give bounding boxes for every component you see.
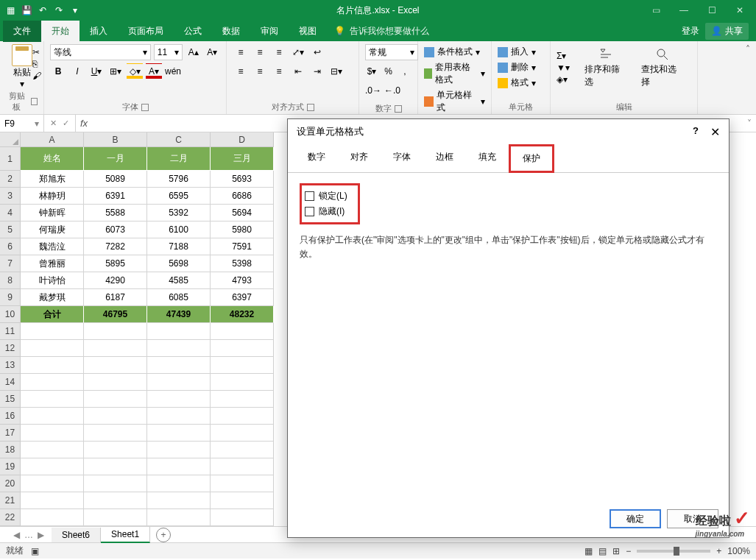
cell[interactable] <box>147 442 211 458</box>
dialog-close-icon[interactable]: ✕ <box>710 125 720 139</box>
dlg-tab-number[interactable]: 数字 <box>295 144 338 173</box>
font-size-select[interactable]: 11▾ <box>154 44 183 60</box>
cell[interactable]: 5694 <box>211 205 274 221</box>
cell[interactable] <box>211 357 274 374</box>
font-name-select[interactable]: 等线▾ <box>50 44 151 60</box>
cell[interactable]: 6085 <box>147 289 211 306</box>
row-header[interactable]: 3 <box>0 188 20 205</box>
cell[interactable] <box>147 425 211 442</box>
cell[interactable]: 5588 <box>84 205 147 221</box>
tab-formulas[interactable]: 公式 <box>174 21 212 42</box>
format-painter-icon[interactable]: 🖌 <box>32 71 41 81</box>
lock-checkbox[interactable]: 锁定(L) <box>305 188 347 204</box>
login-button[interactable]: 登录 <box>682 25 699 38</box>
row-header[interactable]: 19 <box>0 458 20 475</box>
cell[interactable] <box>147 492 211 509</box>
tab-layout[interactable]: 页面布局 <box>118 21 174 42</box>
undo-icon[interactable]: ↶ <box>37 4 49 16</box>
ribbon-opts-icon[interactable]: ▭ <box>643 1 669 19</box>
save-icon[interactable]: 💾 <box>21 4 32 16</box>
tab-file[interactable]: 文件 <box>3 21 41 42</box>
cell[interactable] <box>211 509 274 526</box>
cell[interactable] <box>84 442 147 458</box>
cell[interactable]: 6073 <box>84 221 147 238</box>
cell[interactable] <box>147 340 211 357</box>
cell[interactable]: 5980 <box>211 221 274 238</box>
decimal-inc-icon[interactable]: .0→ <box>365 82 381 99</box>
cell[interactable] <box>147 475 211 492</box>
align-left-icon[interactable]: ≡ <box>233 63 249 79</box>
cell[interactable] <box>21 357 84 374</box>
cell[interactable]: 5796 <box>147 171 211 188</box>
cell[interactable]: 何瑞庚 <box>21 221 84 238</box>
number-launcher[interactable] <box>395 105 402 113</box>
cell[interactable] <box>211 391 274 408</box>
cell[interactable]: 6397 <box>211 289 274 306</box>
cell[interactable]: 5693 <box>211 171 274 188</box>
cell[interactable] <box>211 323 274 340</box>
cell[interactable]: 林静玥 <box>21 188 84 205</box>
cell[interactable] <box>21 492 84 509</box>
row-header[interactable]: 6 <box>0 238 20 255</box>
cell[interactable]: 姓名 <box>21 147 84 171</box>
cell[interactable]: 5392 <box>147 205 211 221</box>
cell[interactable]: 48232 <box>211 306 274 323</box>
cell[interactable] <box>84 475 147 492</box>
row-header[interactable]: 15 <box>0 391 20 408</box>
row-header[interactable]: 11 <box>0 323 20 340</box>
row-header[interactable]: 5 <box>0 221 20 238</box>
cell[interactable] <box>147 509 211 526</box>
orientation-icon[interactable]: ⤢▾ <box>290 44 306 60</box>
cell[interactable]: 6686 <box>211 188 274 205</box>
table-format-button[interactable]: 套用表格格式▾ <box>424 60 485 88</box>
next-sheet-icon[interactable]: ▶ <box>38 530 44 540</box>
row-header[interactable]: 4 <box>0 205 20 221</box>
row-header[interactable]: 1 <box>0 147 20 171</box>
share-button[interactable]: 👤 共享 <box>705 23 749 40</box>
cell[interactable]: 戴梦琪 <box>21 289 84 306</box>
number-format-select[interactable]: 常规▾ <box>365 44 418 60</box>
tab-home[interactable]: 开始 <box>41 21 80 42</box>
cell[interactable] <box>147 408 211 425</box>
macro-icon[interactable]: ▣ <box>31 546 39 556</box>
cell[interactable]: 4290 <box>84 272 147 289</box>
redo-icon[interactable]: ↷ <box>53 4 65 16</box>
row-header[interactable]: 22 <box>0 509 20 526</box>
cell[interactable] <box>147 391 211 408</box>
align-launcher[interactable] <box>307 104 314 111</box>
cell[interactable]: 7188 <box>147 238 211 255</box>
cell[interactable]: 5089 <box>84 171 147 188</box>
name-box[interactable]: F9▾ <box>0 115 44 132</box>
close-icon[interactable]: ✕ <box>727 1 753 19</box>
zoom-level[interactable]: 100% <box>727 546 750 556</box>
row-header[interactable]: 8 <box>0 272 20 289</box>
cell[interactable] <box>84 357 147 374</box>
dialog-title-bar[interactable]: 设置单元格格式 ? ✕ <box>288 119 729 144</box>
col-header[interactable]: D <box>211 132 274 146</box>
find-select-button[interactable]: 查找和选择 <box>634 44 691 91</box>
cell[interactable]: 5895 <box>84 255 147 272</box>
align-right-icon[interactable]: ≡ <box>271 63 287 79</box>
select-all-corner[interactable] <box>0 132 21 147</box>
sort-filter-button[interactable]: 排序和筛选 <box>577 44 635 91</box>
qat-more-icon[interactable]: ▾ <box>69 4 81 16</box>
zoom-in-icon[interactable]: + <box>716 546 721 556</box>
cell[interactable]: 叶诗怡 <box>21 272 84 289</box>
cell[interactable] <box>21 374 84 391</box>
col-header[interactable]: B <box>84 132 147 146</box>
underline-button[interactable]: U▾ <box>88 63 105 79</box>
col-header[interactable]: C <box>147 132 211 146</box>
row-header[interactable]: 17 <box>0 425 20 442</box>
cell[interactable]: 6391 <box>84 188 147 205</box>
cell[interactable]: 46795 <box>84 306 147 323</box>
indent-dec-icon[interactable]: ⇤ <box>290 63 306 79</box>
collapse-ribbon-icon[interactable]: ˄ <box>740 41 756 114</box>
cell[interactable] <box>147 323 211 340</box>
cell[interactable]: 6595 <box>147 188 211 205</box>
merge-icon[interactable]: ⊟▾ <box>328 63 345 79</box>
format-cells-button[interactable]: 格式▾ <box>498 75 544 91</box>
maximize-icon[interactable]: ☐ <box>699 1 725 19</box>
row-header[interactable]: 10 <box>0 306 20 323</box>
copy-icon[interactable]: ⎘ <box>32 59 41 69</box>
cell[interactable]: 5698 <box>147 255 211 272</box>
